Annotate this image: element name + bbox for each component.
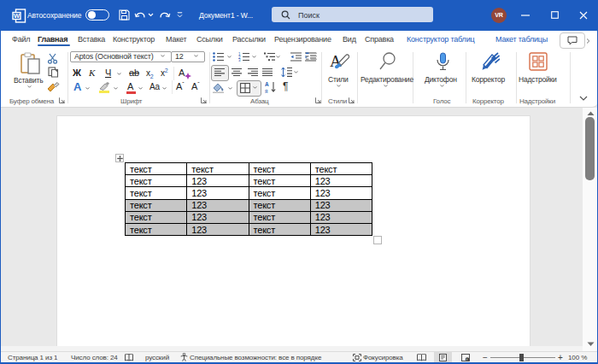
svg-text:я: я xyxy=(265,88,268,94)
svg-text:W: W xyxy=(14,12,21,20)
svg-text:А: А xyxy=(265,81,269,87)
svg-text:i: i xyxy=(466,357,467,361)
svg-text:3: 3 xyxy=(238,58,241,62)
